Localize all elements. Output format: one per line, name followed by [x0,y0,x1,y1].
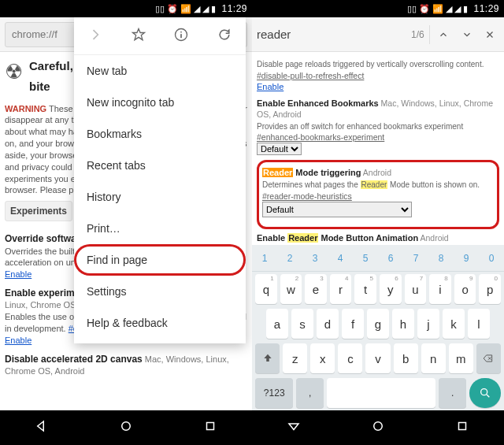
menu-history[interactable]: History [74,181,246,213]
key-m[interactable]: m [449,343,473,373]
suggestion[interactable]: 0 [489,253,495,264]
key-h[interactable]: h [392,309,414,339]
android-navbar [0,410,252,445]
key-x[interactable]: x [310,343,335,373]
menu-help-feedback[interactable]: Help & feedback [74,307,246,339]
key-symbols[interactable]: ?123 [255,378,293,408]
clock: 11:29 [221,3,247,14]
key-q[interactable]: q1 [255,274,277,304]
find-next-icon[interactable] [458,24,476,45]
warning-label: WARNING [5,104,46,113]
highlight-box: Reader Mode triggering Android Determine… [257,160,499,229]
info-icon[interactable] [173,27,189,46]
menu-settings[interactable]: Settings [74,276,246,307]
key-v[interactable]: v [365,343,390,373]
key-space[interactable] [327,378,435,408]
suggestion[interactable]: 8 [439,253,444,264]
suggestion[interactable]: 6 [388,253,394,264]
svg-point-6 [374,422,383,431]
flag-title: Enable Reader Mode Button Animation [257,233,418,243]
suggestion[interactable]: 2 [287,253,293,264]
key-a[interactable]: a [266,309,288,339]
suggestion[interactable]: 5 [363,253,369,264]
refresh-icon[interactable] [217,27,232,46]
key-b[interactable]: b [394,343,418,373]
find-input[interactable] [257,28,406,41]
key-comma[interactable]: , [296,378,324,408]
key-search[interactable] [469,378,501,408]
flag-platform: Android [420,233,448,243]
key-g[interactable]: g [367,309,389,339]
overflow-menu: New tab New incognito tab Bookmarks Rece… [74,17,246,343]
divider [429,25,430,44]
key-s[interactable]: s [291,309,313,339]
soft-keyboard: 1 2 3 4 5 6 7 8 9 0 q1 w2 e3 r4 t5 y6 u7… [252,245,504,410]
flag-select[interactable]: Default [262,202,412,217]
key-w[interactable]: w2 [280,274,302,304]
flag-desc: Determines what pages the Reader Mode bu… [262,180,480,189]
forward-icon[interactable] [87,27,103,46]
nav-home-icon[interactable] [119,419,133,436]
find-close-icon[interactable] [481,24,499,45]
key-r[interactable]: r4 [330,274,352,304]
menu-icon-row [74,17,246,55]
battery-icon: ▮ [211,4,216,14]
menu-new-tab[interactable]: New tab [74,55,246,87]
nav-home-icon[interactable] [371,419,385,436]
suggestion[interactable]: 3 [313,253,318,264]
suggestion[interactable]: 7 [413,253,419,264]
signal2-icon: ◢ [454,4,461,14]
flags-page: Disable page reloads triggered by vertic… [252,52,504,245]
key-z[interactable]: z [283,343,307,373]
suggestion[interactable]: 4 [338,253,343,264]
key-t[interactable]: t5 [354,274,376,304]
flag-enable-link[interactable]: Enable [257,82,284,91]
flag-desc: Disable page reloads triggered by vertic… [257,60,484,69]
key-period[interactable]: . [439,378,466,408]
suggestion[interactable]: 9 [464,253,469,264]
nav-recent-icon[interactable] [455,419,469,436]
svg-point-5 [481,389,487,395]
key-p[interactable]: p0 [479,274,501,304]
flag-anchor[interactable]: #disable-pull-to-refresh-effect [257,71,364,80]
flag-enable-link[interactable]: Enable [5,336,32,345]
clock: 11:29 [473,3,499,14]
key-i[interactable]: i8 [429,274,451,304]
suggestion[interactable]: 1 [262,253,268,264]
key-shift[interactable] [255,343,280,373]
key-j[interactable]: j [417,309,439,339]
key-y[interactable]: y6 [380,274,402,304]
phone-right: ▯▯ ⏰ 📶 ◢ ◢ ▮ 11:29 1/6 Disable page relo… [252,0,504,445]
key-d[interactable]: d [317,309,339,339]
key-backspace[interactable] [476,343,501,373]
find-prev-icon[interactable] [435,24,453,45]
key-k[interactable]: k [443,309,465,339]
flag-anchor[interactable]: #enhanced-bookmarks-experiment [257,132,384,142]
alarm-icon: ⏰ [419,4,430,14]
key-l[interactable]: l [468,309,490,339]
menu-new-incognito[interactable]: New incognito tab [74,87,246,118]
flag-item: Disable accelerated 2D canvas Mac, Windo… [5,353,247,377]
signal-icon: ◢ [194,4,200,14]
key-n[interactable]: n [421,343,446,373]
nav-back-icon[interactable] [35,419,49,436]
nav-back-icon[interactable] [287,419,301,436]
star-icon[interactable] [131,27,146,46]
key-o[interactable]: o9 [454,274,476,304]
wifi-icon: 📶 [180,4,191,14]
wifi-icon: 📶 [432,4,443,14]
flag-anchor[interactable]: #reader-mode-heuristics [262,191,352,201]
menu-bookmarks[interactable]: Bookmarks [74,118,246,150]
key-e[interactable]: e3 [305,274,327,304]
svg-rect-4 [206,423,213,430]
key-f[interactable]: f [342,309,364,339]
nav-recent-icon[interactable] [203,419,217,436]
phone-left: ▯▯ ⏰ 📶 ◢ ◢ ▮ 11:29 chrome://f ☢ Careful,… [0,0,252,445]
key-c[interactable]: c [338,343,362,373]
menu-find-in-page[interactable]: Find in page [74,244,246,276]
menu-print[interactable]: Print… [74,213,246,244]
menu-recent-tabs[interactable]: Recent tabs [74,150,246,181]
key-u[interactable]: u7 [405,274,427,304]
flag-enable-link[interactable]: Enable [5,269,32,279]
flag-select[interactable]: Default [257,143,302,155]
